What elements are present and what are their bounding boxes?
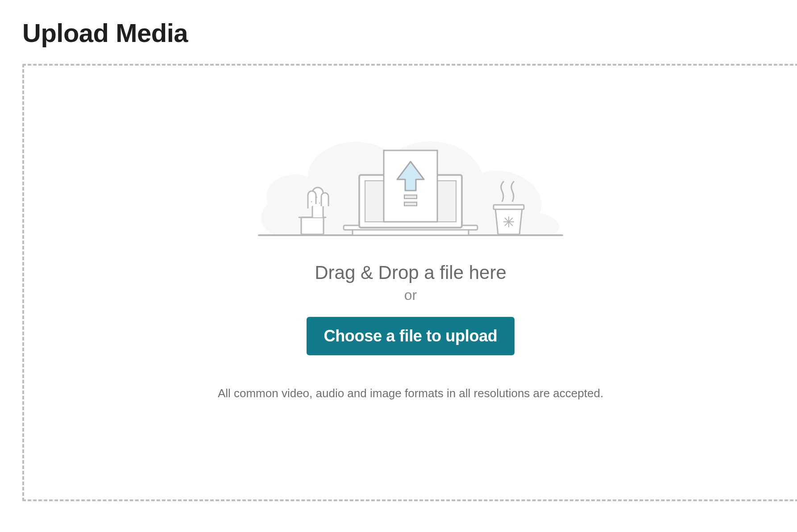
- svg-rect-14: [494, 205, 524, 209]
- drag-drop-text: Drag & Drop a file here: [315, 262, 506, 283]
- svg-rect-9: [301, 217, 324, 234]
- svg-point-11: [316, 197, 317, 198]
- or-separator-text: or: [404, 287, 417, 303]
- upload-illustration-icon: [254, 101, 567, 244]
- svg-point-13: [311, 201, 312, 202]
- svg-point-12: [319, 203, 320, 204]
- choose-file-button[interactable]: Choose a file to upload: [307, 317, 514, 355]
- accepted-formats-text: All common video, audio and image format…: [218, 387, 603, 400]
- upload-dropzone[interactable]: Drag & Drop a file here or Choose a file…: [22, 64, 797, 501]
- svg-rect-7: [404, 195, 417, 199]
- svg-rect-8: [404, 202, 417, 206]
- page-title: Upload Media: [22, 18, 797, 48]
